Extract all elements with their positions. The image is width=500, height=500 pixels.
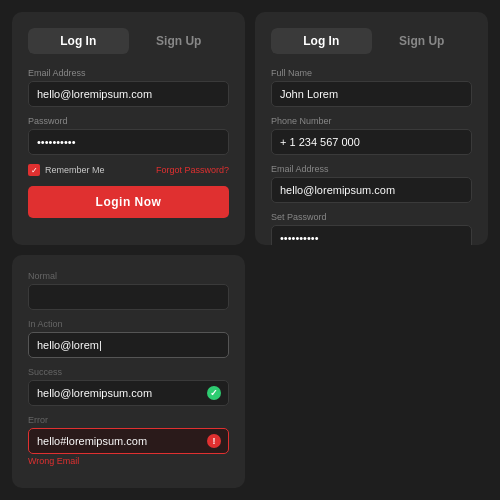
success-label: Success [28, 367, 229, 377]
success-icon: ✓ [207, 386, 221, 400]
email-input[interactable] [28, 81, 229, 107]
tab-signup-3[interactable]: Sign Up [372, 28, 473, 54]
full-name-label: Full Name [271, 68, 472, 78]
error-input[interactable] [28, 428, 229, 454]
login-tab-bar: Log In Sign Up [28, 28, 229, 54]
error-message: Wrong Email [28, 456, 229, 466]
tab-login-1[interactable]: Log In [28, 28, 129, 54]
tab-login-3[interactable]: Log In [271, 28, 372, 54]
email-label-signup: Email Address [271, 164, 472, 174]
inaction-field-group: In Action [28, 319, 229, 358]
input-states-card: Normal In Action Success ✓ Error ! Wrong… [12, 255, 245, 488]
set-password-input[interactable] [271, 225, 472, 245]
remember-checkbox[interactable] [28, 164, 40, 176]
full-name-group: Full Name [271, 68, 472, 107]
tab-signup-1[interactable]: Sign Up [129, 28, 230, 54]
email-group-signup: Email Address [271, 164, 472, 203]
email-label: Email Address [28, 68, 229, 78]
login-card: Log In Sign Up Email Address Password Re… [12, 12, 245, 245]
error-field-group: Error ! Wrong Email [28, 415, 229, 466]
error-input-wrapper: ! [28, 428, 229, 454]
error-icon: ! [207, 434, 221, 448]
full-name-input[interactable] [271, 81, 472, 107]
inaction-label: In Action [28, 319, 229, 329]
remember-me-group: Remember Me [28, 164, 105, 176]
phone-label: Phone Number [271, 116, 472, 126]
success-field-group: Success ✓ [28, 367, 229, 406]
email-field-group: Email Address [28, 68, 229, 107]
signup-card: Log In Sign Up Full Name Phone Number Em… [255, 12, 488, 245]
normal-field-group: Normal [28, 271, 229, 310]
inaction-input[interactable] [28, 332, 229, 358]
remember-label: Remember Me [45, 165, 105, 175]
success-input-wrapper: ✓ [28, 380, 229, 406]
page-wrapper: Log In Sign Up Email Address Password Re… [0, 0, 500, 500]
success-input[interactable] [28, 380, 229, 406]
password-label: Password [28, 116, 229, 126]
remember-row: Remember Me Forgot Password? [28, 164, 229, 176]
password-field-group: Password [28, 116, 229, 155]
set-password-label: Set Password [271, 212, 472, 222]
email-input-signup[interactable] [271, 177, 472, 203]
error-label: Error [28, 415, 229, 425]
forgot-password-link[interactable]: Forgot Password? [156, 165, 229, 175]
phone-group: Phone Number [271, 116, 472, 155]
login-button-1[interactable]: Login Now [28, 186, 229, 218]
normal-label: Normal [28, 271, 229, 281]
signup-tab-bar: Log In Sign Up [271, 28, 472, 54]
phone-input[interactable] [271, 129, 472, 155]
password-input[interactable] [28, 129, 229, 155]
normal-input[interactable] [28, 284, 229, 310]
set-password-group: Set Password [271, 212, 472, 245]
